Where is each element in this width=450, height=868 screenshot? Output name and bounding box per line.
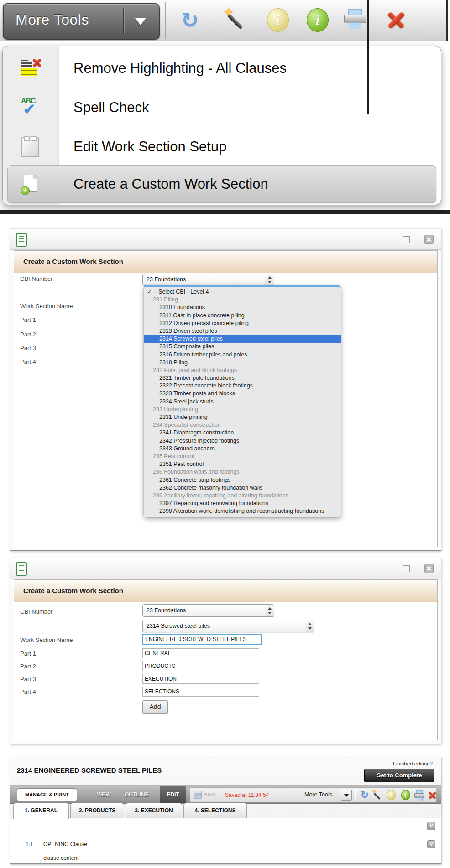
tab-products[interactable]: 2. PRODUCTS [70,803,124,818]
view-tab[interactable]: VIEW [97,791,111,798]
select-value: 23 Foundations [147,276,186,283]
cbi-option[interactable]: 239 Ancillary items; repairing and alter… [144,492,341,500]
work-section-name-label: Work Section Name [20,303,73,310]
cbi-option[interactable]: 2316 Driven timber piles and poles [144,351,341,359]
part4-input[interactable] [142,687,259,697]
document-icon [16,562,27,576]
cbi-level4-select[interactable]: 2314 Screwed steel piles [142,620,314,632]
select-stepper-icon [265,605,274,616]
part2-label: Part 2 [20,331,36,338]
select-stepper-icon [305,620,314,632]
edit-tab[interactable]: EDIT [160,786,186,803]
save-disk-icon [194,791,202,799]
tab-general[interactable]: 1. GENERAL [13,803,69,819]
work-section-editor: 2314 ENGINEERED SCREWED STEEL PILES Fini… [10,757,441,864]
menu-item-create-custom-work-section[interactable]: Create a Custom Work Section [3,165,441,203]
cbi-option[interactable]: 2342 Pressure injected footings [144,437,341,445]
minimize-icon[interactable] [403,565,410,572]
refresh-icon[interactable]: ↻ [359,790,370,801]
cbi-option[interactable]: 2315 Composite piles [144,343,341,351]
cbi-option[interactable]: 2351 Pest control [144,460,341,468]
cbi-option[interactable]: 2341 Diaphragm construction [144,429,341,437]
top-toolbar: More Tools ↻ ✦ i i [0,0,448,41]
cbi-level2-select[interactable]: 23 Foundations [142,604,274,617]
cbi-level2-select[interactable]: 23 Foundations [142,274,274,286]
set-to-complete-button[interactable]: Set to Complete [364,769,434,782]
cbi-option[interactable]: 235 Pest control [144,453,341,460]
cbi-option[interactable]: 2310 Foundations [144,304,341,311]
cbi-option[interactable]: 2314 Screwed steel piles [144,335,341,343]
part1-input[interactable] [142,648,259,658]
cbi-option[interactable]: 231 Piling [144,296,341,304]
cbi-option[interactable]: 2313 Driven steel piles [144,327,341,335]
magic-wand-icon[interactable]: ✦ [224,7,247,34]
chevron-down-icon[interactable] [341,790,352,801]
dialog-title: Create a Custom Work Section [23,587,123,594]
part2-label: Part 2 [20,663,36,670]
part4-label: Part 4 [20,688,36,695]
tab-selections[interactable]: 4. SELECTIONS [183,803,247,818]
cbi-option[interactable]: 2343 Ground anchors [144,445,341,453]
tab-execution[interactable]: 3. EXECUTION [126,803,182,818]
window-close-icon[interactable] [424,235,434,244]
close-icon[interactable] [427,790,438,801]
window-close-icon[interactable] [424,564,434,573]
magic-wand-icon[interactable]: ✦ [372,790,383,801]
info-yellow-icon[interactable]: i [386,790,397,801]
outline-tab[interactable]: OUTLINE [125,791,149,798]
print-icon[interactable] [414,790,425,801]
cbi-option[interactable]: 2312 Driven precast concrete piling [144,320,341,327]
close-icon[interactable] [384,7,408,34]
clause-number[interactable]: 1.1 [26,841,33,847]
menu-item-edit-work-section-setup[interactable]: Edit Work Section Setup [3,128,441,165]
cbi-option[interactable]: 2322 Precast concrete block footings [144,382,341,390]
work-section-name-input[interactable] [142,634,262,645]
cbi-option[interactable]: 2362 Concrete masonry foundation walls [144,484,341,492]
add-button[interactable]: Add [142,700,168,714]
page-fold [33,175,37,179]
screenshot-edge-artifact [367,0,369,114]
menu-item-spell-check[interactable]: ABC✔ Spell Check [3,89,441,126]
cbi-option[interactable]: 2331 Underpinning [144,413,341,421]
cbi-option[interactable]: -- Select CBI - Level 4 -- [144,288,341,296]
dialog-title: Create a Custom Work Section [23,258,123,265]
wand-star: ✦ [224,5,234,20]
select-value: 2314 Screwed steel piles [147,623,210,629]
minimize-icon[interactable] [403,236,410,243]
cbi-option[interactable]: 2361 Concrete strip footings [144,476,341,484]
part3-input[interactable] [142,674,259,684]
document-icon [16,233,27,247]
work-section-title: 2314 ENGINEERED SCREWED STEEL PILES [17,766,162,774]
refresh-glyph: ↻ [178,7,202,33]
clause-collapse-button[interactable]: V [427,840,435,848]
manage-print-tab[interactable]: MANAGE & PRINT [17,788,77,801]
refresh-icon[interactable]: ↻ [178,7,202,34]
cbi-option[interactable]: 2324 Steel jack studs [144,398,341,406]
info-green-icon[interactable]: i [306,7,330,34]
save-button[interactable]: SAVE [204,792,217,797]
create-custom-work-section-dialog-filled: Create a Custom Work Section CBI Number … [10,558,441,744]
cbi-option[interactable]: 236 Foundation walls and footings [144,468,341,476]
cbi-option[interactable]: 234 Specialist construction [144,421,341,429]
info-yellow-icon[interactable]: i [266,7,290,34]
part2-input[interactable] [142,661,259,671]
more-tools-button[interactable]: More Tools [3,3,160,40]
cbi-option[interactable]: 2398 Alteration work; demolishing and re… [144,507,341,515]
cbi-option[interactable]: 2321 Timber pole foundations [144,374,341,382]
cbi-option[interactable]: 2311 Cast in place concrete piling [144,312,341,320]
info-green-icon[interactable]: i [400,790,411,801]
toolbar-divider [355,789,355,801]
cbi-option[interactable]: 233 Underpinning [144,406,341,413]
cbi-option[interactable]: 232 Pole, post and block footings [144,367,341,374]
cbi-option[interactable]: 2397 Repairing and renovating foundation… [144,500,341,507]
menu-item-label: Create a Custom Work Section [73,165,268,203]
chevron-down-icon[interactable] [135,18,146,25]
cbi-option[interactable]: 2318 Piling [144,359,341,367]
edit-work-section-setup-icon [21,137,39,157]
menu-item-remove-highlighting[interactable]: Remove Highlighting - All Clauses [3,50,441,87]
part-tabs: 1. GENERAL 2. PRODUCTS 3. EXECUTION 4. S… [10,803,441,818]
print-icon[interactable] [343,7,367,34]
collapse-all-button[interactable]: V [427,822,435,830]
more-tools-button-small[interactable]: More Tools [304,791,332,798]
cbi-option[interactable]: 2323 Timber posts and blocks [144,390,341,398]
